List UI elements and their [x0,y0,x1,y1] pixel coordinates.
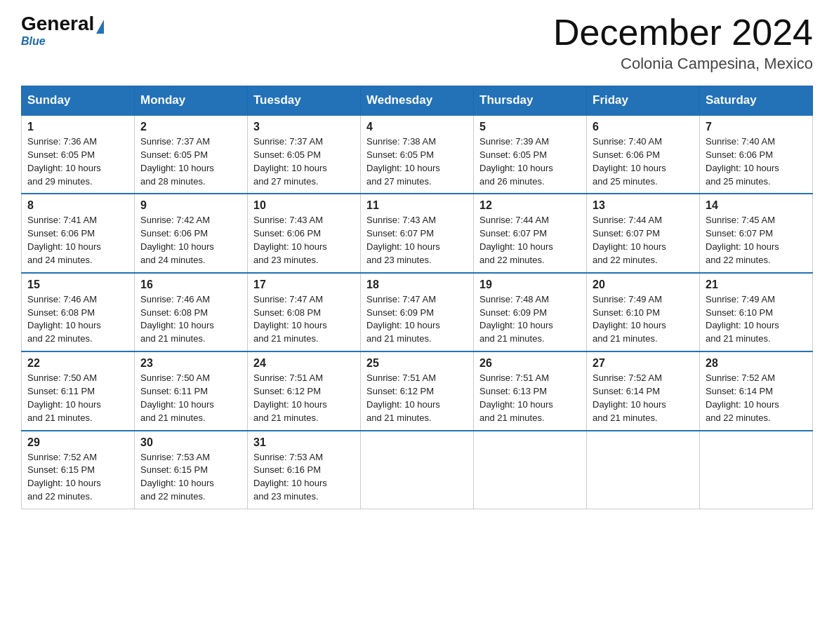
calendar-cell: 26 Sunrise: 7:51 AM Sunset: 6:13 PM Dayl… [474,351,587,430]
calendar-cell: 8 Sunrise: 7:41 AM Sunset: 6:06 PM Dayli… [22,194,135,272]
day-number: 29 [27,436,128,449]
calendar-cell [474,431,587,509]
header-sunday: Sunday [22,86,135,116]
day-number: 27 [593,357,694,370]
day-info: Sunrise: 7:50 AM Sunset: 6:11 PM Dayligh… [27,372,128,424]
header-wednesday: Wednesday [361,86,474,116]
calendar-cell: 30 Sunrise: 7:53 AM Sunset: 6:15 PM Dayl… [135,431,248,509]
day-info: Sunrise: 7:37 AM Sunset: 6:05 PM Dayligh… [140,135,241,188]
calendar-cell: 2 Sunrise: 7:37 AM Sunset: 6:05 PM Dayli… [135,115,248,194]
day-info: Sunrise: 7:51 AM Sunset: 6:13 PM Dayligh… [479,372,581,424]
calendar-cell: 27 Sunrise: 7:52 AM Sunset: 6:14 PM Dayl… [587,351,700,430]
calendar-cell: 14 Sunrise: 7:45 AM Sunset: 6:07 PM Dayl… [700,194,813,272]
day-number: 23 [140,357,241,370]
day-info: Sunrise: 7:40 AM Sunset: 6:06 PM Dayligh… [593,135,694,188]
calendar-cell: 4 Sunrise: 7:38 AM Sunset: 6:05 PM Dayli… [361,115,474,194]
week-row-4: 22 Sunrise: 7:50 AM Sunset: 6:11 PM Dayl… [22,351,813,430]
day-number: 5 [479,121,581,133]
calendar-cell: 9 Sunrise: 7:42 AM Sunset: 6:06 PM Dayli… [135,194,248,272]
day-number: 28 [706,357,807,370]
calendar-body: 1 Sunrise: 7:36 AM Sunset: 6:05 PM Dayli… [22,115,813,509]
header-monday: Monday [135,86,248,116]
calendar-cell: 24 Sunrise: 7:51 AM Sunset: 6:12 PM Dayl… [248,351,361,430]
day-number: 9 [140,199,241,212]
day-info: Sunrise: 7:37 AM Sunset: 6:05 PM Dayligh… [253,135,355,188]
header-saturday: Saturday [700,86,813,116]
day-info: Sunrise: 7:47 AM Sunset: 6:09 PM Dayligh… [366,293,468,346]
day-info: Sunrise: 7:48 AM Sunset: 6:09 PM Dayligh… [479,293,581,346]
calendar-cell [700,431,813,509]
day-info: Sunrise: 7:45 AM Sunset: 6:07 PM Dayligh… [706,214,807,267]
day-info: Sunrise: 7:44 AM Sunset: 6:07 PM Dayligh… [479,214,581,267]
header-tuesday: Tuesday [248,86,361,116]
day-number: 30 [140,436,241,449]
day-number: 7 [706,121,807,133]
day-number: 4 [366,121,468,133]
day-info: Sunrise: 7:52 AM Sunset: 6:14 PM Dayligh… [706,372,807,424]
calendar-cell: 22 Sunrise: 7:50 AM Sunset: 6:11 PM Dayl… [22,351,135,430]
day-info: Sunrise: 7:43 AM Sunset: 6:06 PM Dayligh… [253,214,355,267]
day-info: Sunrise: 7:40 AM Sunset: 6:06 PM Dayligh… [706,135,807,188]
day-number: 14 [706,199,807,212]
day-number: 22 [27,357,128,370]
day-number: 8 [27,199,128,212]
day-number: 31 [253,436,355,449]
calendar-cell: 31 Sunrise: 7:53 AM Sunset: 6:16 PM Dayl… [248,431,361,509]
day-number: 12 [479,199,581,212]
calendar-cell: 16 Sunrise: 7:46 AM Sunset: 6:08 PM Dayl… [135,273,248,351]
day-number: 6 [593,121,694,133]
day-number: 10 [253,199,355,212]
day-info: Sunrise: 7:52 AM Sunset: 6:15 PM Dayligh… [27,451,128,504]
day-info: Sunrise: 7:50 AM Sunset: 6:11 PM Dayligh… [140,372,241,424]
day-number: 26 [479,357,581,370]
day-number: 25 [366,357,468,370]
day-info: Sunrise: 7:36 AM Sunset: 6:05 PM Dayligh… [27,135,128,188]
day-info: Sunrise: 7:49 AM Sunset: 6:10 PM Dayligh… [706,293,807,346]
calendar-cell [361,431,474,509]
calendar-table: SundayMondayTuesdayWednesdayThursdayFrid… [21,86,813,509]
calendar-cell: 5 Sunrise: 7:39 AM Sunset: 6:05 PM Dayli… [474,115,587,194]
logo: General Blue [21,14,105,48]
day-info: Sunrise: 7:46 AM Sunset: 6:08 PM Dayligh… [27,293,128,346]
day-number: 19 [479,279,581,291]
day-number: 24 [253,357,355,370]
calendar-cell: 6 Sunrise: 7:40 AM Sunset: 6:06 PM Dayli… [587,115,700,194]
header-thursday: Thursday [474,86,587,116]
day-number: 17 [253,279,355,291]
calendar-cell: 29 Sunrise: 7:52 AM Sunset: 6:15 PM Dayl… [22,431,135,509]
day-info: Sunrise: 7:47 AM Sunset: 6:08 PM Dayligh… [253,293,355,346]
logo-blue-text: Blue [21,35,46,48]
week-row-3: 15 Sunrise: 7:46 AM Sunset: 6:08 PM Dayl… [22,273,813,351]
calendar-cell: 12 Sunrise: 7:44 AM Sunset: 6:07 PM Dayl… [474,194,587,272]
calendar-cell: 28 Sunrise: 7:52 AM Sunset: 6:14 PM Dayl… [700,351,813,430]
calendar-cell: 25 Sunrise: 7:51 AM Sunset: 6:12 PM Dayl… [361,351,474,430]
day-info: Sunrise: 7:51 AM Sunset: 6:12 PM Dayligh… [253,372,355,424]
day-number: 13 [593,199,694,212]
day-info: Sunrise: 7:43 AM Sunset: 6:07 PM Dayligh… [366,214,468,267]
day-info: Sunrise: 7:46 AM Sunset: 6:08 PM Dayligh… [140,293,241,346]
day-info: Sunrise: 7:49 AM Sunset: 6:10 PM Dayligh… [593,293,694,346]
calendar-cell: 21 Sunrise: 7:49 AM Sunset: 6:10 PM Dayl… [700,273,813,351]
calendar-cell: 3 Sunrise: 7:37 AM Sunset: 6:05 PM Dayli… [248,115,361,194]
calendar-header: SundayMondayTuesdayWednesdayThursdayFrid… [22,86,813,116]
page-header: General Blue December 2024 Colonia Campe… [21,14,813,73]
day-number: 2 [140,121,241,133]
header-friday: Friday [587,86,700,116]
day-info: Sunrise: 7:52 AM Sunset: 6:14 PM Dayligh… [593,372,694,424]
day-number: 18 [366,279,468,291]
location-title: Colonia Campesina, Mexico [553,55,813,73]
day-info: Sunrise: 7:39 AM Sunset: 6:05 PM Dayligh… [479,135,581,188]
day-number: 11 [366,199,468,212]
week-row-5: 29 Sunrise: 7:52 AM Sunset: 6:15 PM Dayl… [22,431,813,509]
calendar-cell: 7 Sunrise: 7:40 AM Sunset: 6:06 PM Dayli… [700,115,813,194]
day-info: Sunrise: 7:51 AM Sunset: 6:12 PM Dayligh… [366,372,468,424]
title-block: December 2024 Colonia Campesina, Mexico [553,14,813,73]
day-number: 15 [27,279,128,291]
calendar-cell [587,431,700,509]
calendar-cell: 13 Sunrise: 7:44 AM Sunset: 6:07 PM Dayl… [587,194,700,272]
day-info: Sunrise: 7:38 AM Sunset: 6:05 PM Dayligh… [366,135,468,188]
day-number: 20 [593,279,694,291]
calendar-cell: 19 Sunrise: 7:48 AM Sunset: 6:09 PM Dayl… [474,273,587,351]
month-title: December 2024 [553,14,813,51]
day-number: 1 [27,121,128,133]
